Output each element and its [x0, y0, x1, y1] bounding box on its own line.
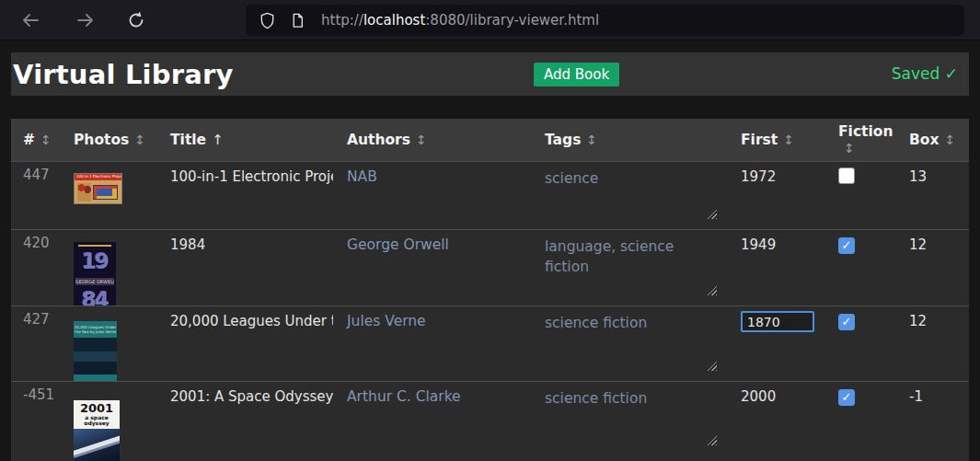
- tags-cell: science fiction: [533, 382, 729, 461]
- table-row: 420 19 GEORGE ORWELL 84 1984 George Orwe…: [11, 229, 969, 305]
- tags-textarea[interactable]: science fiction: [545, 388, 717, 444]
- photo-cell: 19 GEORGE ORWELL 84: [62, 230, 156, 305]
- box-number[interactable]: 12: [897, 230, 969, 305]
- fiction-cell: [825, 382, 897, 461]
- sort-icon: ↕: [40, 133, 52, 147]
- cover-numeral-bottom: 84: [82, 292, 108, 305]
- cover-numeral-top: 19: [82, 253, 108, 271]
- book-title[interactable]: 20,000 Leagues Under th: [156, 306, 333, 381]
- add-book-button[interactable]: Add Book: [534, 63, 619, 86]
- cover-subtitle: a space odyssey: [74, 415, 120, 429]
- column-header-tags[interactable]: Tags↕: [533, 132, 729, 148]
- photo-cell: 100-in-1 Electronic Project Kit: [62, 162, 156, 229]
- book-title[interactable]: 2001: A Space Odyssey: [156, 382, 333, 461]
- tags-text: science: [545, 170, 598, 187]
- cover-author-band: GEORGE ORWELL: [75, 278, 114, 285]
- resize-grip-icon[interactable]: [705, 207, 717, 219]
- book-cover-photo[interactable]: 19 GEORGE ORWELL 84: [74, 242, 116, 305]
- photo-cell: 2001 a space odyssey A NOVEL BY ARTHUR C…: [62, 382, 156, 461]
- box-number[interactable]: 12: [897, 306, 969, 381]
- sort-icon: ↕: [844, 141, 855, 156]
- book-title[interactable]: 100-in-1 Electronic Projec: [156, 162, 333, 229]
- url-rest: :8080/library-viewer.html: [425, 12, 599, 29]
- fiction-checkbox[interactable]: [838, 389, 855, 406]
- page-content: Virtual Library Add Book Saved ✓ #↕ Phot…: [0, 52, 980, 461]
- shield-icon[interactable]: [259, 12, 276, 29]
- fiction-cell: [825, 306, 897, 381]
- cover-caption: 20,000 Leagues Under the Sea by Jules Ve…: [74, 321, 117, 334]
- sort-icon: ↕: [944, 133, 955, 147]
- first-year[interactable]: 1949: [729, 230, 825, 305]
- tags-cell: science fiction: [533, 306, 729, 381]
- tags-cell: language, science fiction: [533, 230, 729, 305]
- row-id: 447: [11, 162, 62, 229]
- book-authors[interactable]: George Orwell: [333, 230, 533, 305]
- tags-textarea[interactable]: language, science fiction: [545, 236, 717, 294]
- column-header-first[interactable]: First↕: [729, 132, 825, 148]
- column-header-box[interactable]: Box↕: [897, 132, 969, 148]
- fiction-cell: [825, 162, 897, 229]
- table-row: 427 20,000 Leagues Under the Sea by Jule…: [11, 305, 969, 381]
- fiction-cell: [825, 230, 897, 305]
- fiction-checkbox[interactable]: [838, 314, 855, 330]
- column-header-num[interactable]: #↕: [11, 132, 62, 148]
- tags-textarea[interactable]: science: [545, 168, 717, 217]
- url-prefix: http://: [321, 12, 363, 29]
- resize-grip-icon[interactable]: [705, 283, 717, 295]
- page-info-icon[interactable]: [289, 12, 306, 29]
- sort-icon: ↕: [416, 133, 427, 147]
- tags-text: language, science fiction: [545, 238, 674, 275]
- box-number[interactable]: -1: [897, 382, 969, 461]
- row-id: 420: [11, 230, 62, 305]
- library-table: #↕ Photos↕ Title↑ Authors↕ Tags↕ First↕ …: [11, 119, 969, 461]
- page-title: Virtual Library: [13, 59, 234, 90]
- sort-icon: ↕: [586, 133, 597, 147]
- cover-title: 2001: [74, 400, 120, 415]
- row-id: -451: [11, 382, 62, 461]
- table-row: 447 100-in-1 Electronic Project Kit 100-…: [11, 161, 969, 229]
- resize-grip-icon[interactable]: [705, 433, 717, 445]
- reload-icon[interactable]: [127, 11, 147, 29]
- url-bar[interactable]: http://localhost:8080/library-viewer.htm…: [246, 5, 964, 36]
- sort-ascending-icon: ↑: [212, 132, 224, 148]
- column-header-photos[interactable]: Photos↕: [62, 132, 156, 148]
- tags-cell: science: [533, 162, 729, 229]
- url-text: http://localhost:8080/library-viewer.htm…: [321, 12, 599, 29]
- book-cover-photo[interactable]: 20,000 Leagues Under the Sea by Jules Ve…: [74, 321, 117, 381]
- column-header-fiction[interactable]: Fiction ↕: [825, 123, 884, 156]
- cover-art: [74, 429, 120, 461]
- table-row: -451 2001 a space odyssey A NOVEL BY ART…: [11, 381, 969, 461]
- tags-text: science fiction: [545, 315, 647, 331]
- saved-status: Saved ✓: [892, 64, 958, 83]
- back-icon[interactable]: [20, 11, 40, 29]
- tags-textarea[interactable]: science fiction: [545, 313, 717, 369]
- sort-icon: ↕: [134, 133, 145, 147]
- book-authors[interactable]: NAB: [333, 162, 533, 229]
- fiction-checkbox[interactable]: [838, 237, 855, 254]
- sort-icon: ↕: [783, 133, 794, 147]
- book-cover-photo[interactable]: 100-in-1 Electronic Project Kit: [74, 173, 122, 204]
- row-id: 427: [11, 306, 62, 381]
- resize-grip-icon[interactable]: [705, 359, 717, 371]
- page-header: Virtual Library Add Book Saved ✓: [11, 52, 969, 96]
- column-header-title[interactable]: Title↑: [156, 132, 333, 148]
- url-host: localhost: [363, 12, 425, 29]
- photo-cell: 20,000 Leagues Under the Sea by Jules Ve…: [62, 306, 156, 381]
- first-year-input[interactable]: [741, 311, 814, 332]
- table-header-row: #↕ Photos↕ Title↑ Authors↕ Tags↕ First↕ …: [11, 119, 969, 161]
- box-number[interactable]: 13: [897, 162, 969, 229]
- browser-toolbar: http://localhost:8080/library-viewer.htm…: [0, 0, 980, 40]
- cover-strip-text: 100-in-1 Electronic Project Kit: [75, 174, 121, 180]
- first-year-cell: [729, 306, 825, 381]
- book-cover-photo[interactable]: 2001 a space odyssey A NOVEL BY ARTHUR C…: [74, 400, 120, 461]
- fiction-checkbox[interactable]: [838, 167, 855, 184]
- first-year[interactable]: 1972: [729, 162, 825, 229]
- column-header-authors[interactable]: Authors↕: [333, 132, 533, 148]
- tags-text: science fiction: [545, 390, 647, 407]
- book-authors[interactable]: Jules Verne: [333, 306, 533, 381]
- first-year[interactable]: 2000: [729, 382, 825, 461]
- book-title[interactable]: 1984: [156, 230, 333, 305]
- book-authors[interactable]: Arthur C. Clarke: [333, 382, 533, 461]
- forward-icon[interactable]: [75, 11, 96, 29]
